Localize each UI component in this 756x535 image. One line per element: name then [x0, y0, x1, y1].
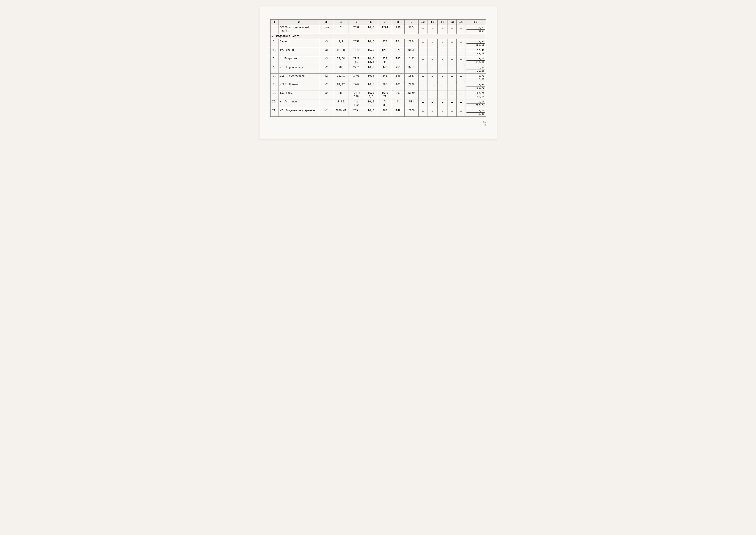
col15-bot-value: I,93	[467, 113, 484, 116]
cell-col6: I6,58,6	[364, 91, 378, 99]
table-row: Б. Надземная часть	[270, 34, 486, 39]
col15-bot-value: 35,73	[467, 86, 484, 90]
main-table: 1 2 3 4 5 6 7 8 9 IO II I2 I3 I4 I5 ВСЕГ…	[270, 19, 486, 117]
cell-col13: –	[447, 108, 456, 117]
col15-top-value: 6,90	[467, 66, 484, 70]
cell-col9: 583	[404, 99, 418, 108]
cell-col8: 73I	[392, 25, 405, 34]
col-header-9: 9	[404, 20, 418, 25]
cell-col5: 7839	[349, 25, 364, 34]
cell-col9: I3005	[404, 91, 418, 99]
col-header-11: II	[427, 20, 437, 25]
cell-col5: I02I7I28	[349, 91, 364, 99]
col-header-15: I5	[465, 20, 486, 25]
cell-num: IO.	[270, 99, 279, 108]
cell-num: 4.	[270, 48, 279, 56]
cell-col10: –	[418, 99, 427, 108]
col15-bot-value: II,86	[467, 70, 484, 73]
cell-col13: –	[447, 56, 456, 65]
document-page: 1 2 3 4 5 6 7 8 9 IO II I2 I3 I4 I5 ВСЕГ…	[259, 7, 497, 139]
table-row: 5.V. Покрытием3I7,54I9226II6,5I3,33I78I8…	[270, 56, 486, 65]
cell-num: 3.	[270, 39, 279, 48]
cell-col6: I6,5	[364, 73, 378, 82]
cell-col5: I594	[349, 108, 364, 117]
cell-col9: 2I98	[404, 82, 418, 91]
cell-col5: 42452	[349, 99, 364, 108]
cell-col6: I6,5	[364, 25, 378, 34]
cell-col10: –	[418, 73, 427, 82]
col15-top-value: 8,03	[467, 57, 484, 61]
cell-col5: I747	[349, 82, 364, 91]
cell-col7: 3I78	[378, 56, 392, 65]
col15-bot-value: 220,52	[467, 43, 484, 47]
col-header-4: 4	[333, 20, 349, 25]
col15-top-value: 19,92	[467, 26, 484, 30]
table-row: 6.VI. К р о в л ям228827I6I6,544825334I7…	[270, 65, 486, 73]
cell-unit: м2	[319, 91, 333, 99]
cell-col7: I20I	[378, 48, 392, 56]
cell-col14: –	[457, 25, 465, 34]
cell-col7: I686II	[378, 91, 392, 99]
cell-col9: 2084	[404, 39, 418, 48]
cell-col11: –	[427, 108, 437, 117]
cell-unit: здан	[319, 25, 333, 34]
cell-col10: –	[418, 82, 427, 91]
cell-col11: –	[427, 82, 437, 91]
cell-unit: м2	[319, 82, 333, 91]
cell-unit: м2	[319, 73, 333, 82]
cell-col11: –	[427, 73, 437, 82]
cell-col6: I6,5	[364, 82, 378, 91]
cell-col11: –	[427, 99, 437, 108]
cell-col9: I837	[404, 73, 418, 82]
cell-col10: –	[418, 65, 427, 73]
cell-num: 6.	[270, 65, 279, 73]
cell-col11: –	[427, 56, 437, 65]
col15-top-value: I,I8	[467, 100, 484, 104]
cell-col15: 4,2I220,52	[465, 39, 486, 48]
cell-col15: 4,4435,73	[465, 82, 486, 91]
col-header-3: 3	[319, 20, 333, 25]
cell-col8: 253	[392, 65, 405, 73]
col15-top-value: 26,25	[467, 92, 484, 95]
col15-bot-value: 555,24	[467, 104, 484, 107]
cell-col12: –	[437, 99, 447, 108]
cell-col13: –	[447, 73, 456, 82]
cell-col5: I460	[349, 73, 364, 82]
cell-col13: –	[447, 25, 456, 34]
col15-top-value: 4,2I	[467, 40, 484, 43]
cell-unit: т	[319, 99, 333, 108]
col-header-10: IO	[418, 20, 427, 25]
cell-col15: I,I8555,24	[465, 99, 486, 108]
cell-col4: 9,2	[333, 39, 349, 48]
cell-col14: –	[457, 65, 465, 73]
cell-num: 5.	[270, 56, 279, 65]
col-header-8: 8	[392, 20, 405, 25]
col-header-7: 7	[378, 20, 392, 25]
cell-col5: I657	[349, 39, 364, 48]
table-row: 9.IX. Полым2283I02I7I28I6,58,6I686II963I…	[270, 91, 486, 99]
cell-col11: –	[427, 48, 437, 56]
cell-unit: м2	[319, 65, 333, 73]
cell-col6: I6,58,6	[364, 99, 378, 108]
cell-col15: 26,2545,I6	[465, 91, 486, 99]
cell-col4: 6I,42	[333, 82, 349, 91]
cell-col12: –	[437, 65, 447, 73]
col-header-1: 1	[270, 20, 279, 25]
cell-col8: 43	[392, 99, 405, 108]
cell-col9: 2006	[404, 108, 418, 117]
cell-col4: 96,68	[333, 48, 349, 56]
table-row: II.XI. Отделки внут-ренняям2I009,4II594I…	[270, 108, 486, 117]
cell-col12: –	[437, 82, 447, 91]
cell-col8: I54	[392, 39, 405, 48]
cell-col9: 34I7	[404, 65, 418, 73]
cell-name: VIII. Проемы	[279, 82, 319, 91]
cell-col12: –	[437, 48, 447, 56]
cell-col10: –	[418, 25, 427, 34]
cell-unit: м3	[319, 39, 333, 48]
cell-col5: 27I6	[349, 65, 364, 73]
cell-col10: –	[418, 48, 427, 56]
cell-col13: –	[447, 39, 456, 48]
cell-num	[270, 25, 279, 34]
cell-col6: I6,5	[364, 108, 378, 117]
col15-bot-value: 45,I6	[467, 95, 484, 98]
